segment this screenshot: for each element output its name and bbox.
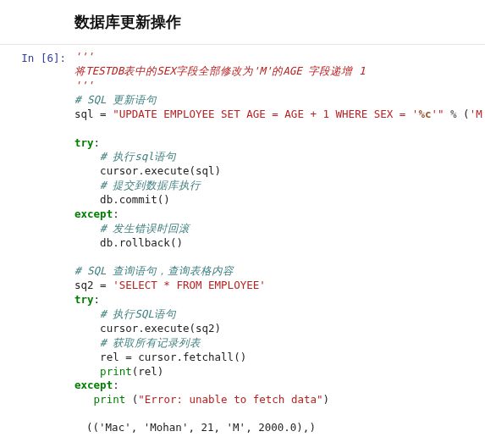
sql-update-fmt: %c	[418, 108, 431, 120]
print-builtin-1: print	[100, 365, 132, 378]
except-keyword-1: except	[74, 207, 113, 220]
assign-sq2: sq2 =	[74, 279, 113, 291]
db-commit: db.commit()	[100, 193, 170, 206]
comment-exec-sql: # 执行sql语句	[100, 150, 176, 163]
cell-output: (('Mac', 'Mohan', 21, 'M', 2000.0),)	[0, 416, 485, 440]
comment-sql-select: # SQL 查询语句，查询表格内容	[74, 264, 234, 277]
tuple-open: (	[463, 108, 470, 120]
markdown-cell: 数据库更新操作	[0, 0, 485, 45]
percent-op: %	[444, 108, 464, 120]
try-keyword-2: try	[74, 293, 94, 306]
cursor-execute-2: cursor.execute(sq2)	[100, 322, 221, 335]
db-rollback: db.rollback()	[100, 236, 183, 249]
docstring-open: '''	[74, 50, 94, 63]
comment-sql-update: # SQL 更新语句	[74, 93, 157, 106]
error-string: "Error: unable to fetch data"	[138, 393, 322, 406]
print-arg-1: (rel)	[132, 365, 164, 378]
input-prompt: In [6]:	[0, 50, 74, 407]
except-keyword-2: except	[74, 379, 113, 391]
notebook-page: 数据库更新操作 In [6]: ''' 将TESTDB表中的SEX字段全部修改为…	[0, 0, 485, 440]
print2-open: (	[125, 393, 138, 406]
sql-update-part2: '"	[431, 108, 444, 120]
print-builtin-2: print	[94, 393, 126, 406]
code-cell: In [6]: ''' 将TESTDB表中的SEX字段全部修改为'M'的AGE …	[0, 47, 485, 416]
assign-sql: sql =	[74, 108, 113, 120]
section-heading: 数据库更新操作	[74, 12, 485, 32]
tuple-arg: 'M'	[470, 108, 485, 120]
sql-select: 'SELECT * FROM EMPLOYEE'	[113, 279, 266, 291]
docstring-body: 将TESTDB表中的SEX字段全部修改为'M'的AGE 字段递增 1	[74, 64, 365, 77]
try-keyword-1: try	[74, 136, 94, 149]
sql-update-part1: "UPDATE EMPLOYEE SET AGE = AGE + 1 WHERE…	[113, 108, 418, 120]
comment-rollback: # 发生错误时回滚	[100, 222, 190, 235]
cursor-execute-1: cursor.execute(sql)	[100, 164, 221, 177]
comment-exec-sql2: # 执行SQL语句	[100, 307, 176, 320]
print2-close: )	[323, 393, 330, 406]
comment-fetchall: # 获取所有记录列表	[100, 336, 201, 349]
docstring-close: '''	[74, 79, 94, 91]
code-block[interactable]: ''' 将TESTDB表中的SEX字段全部修改为'M'的AGE 字段递增 1 '…	[74, 50, 485, 407]
comment-commit: # 提交到数据库执行	[100, 179, 201, 191]
fetchall: rel = cursor.fetchall()	[100, 351, 246, 363]
